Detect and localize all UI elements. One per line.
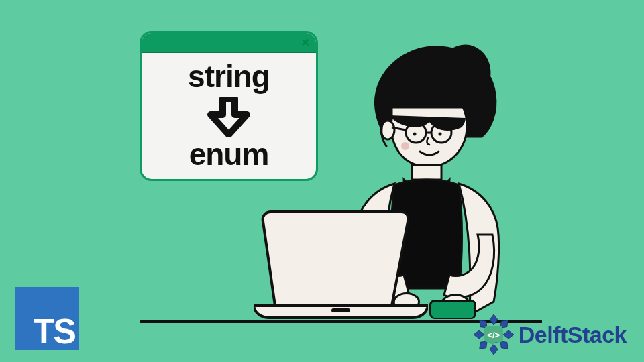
window-body: string enum [142, 53, 316, 179]
conversion-window: × string enum [140, 31, 318, 181]
target-type-label: enum [142, 136, 316, 172]
delftstack-wordmark: DelftStack [519, 322, 627, 348]
window-titlebar: × [142, 33, 316, 53]
illustration-canvas: × string enum TS [0, 0, 644, 362]
source-type-label: string [142, 58, 316, 95]
typescript-logo: TS [15, 287, 79, 350]
svg-point-5 [413, 133, 417, 136]
delftstack-emblem-icon: </> [473, 314, 515, 355]
laptop-illustration [254, 208, 428, 320]
code-bubble-icon: </> [484, 326, 503, 343]
svg-rect-8 [331, 308, 350, 312]
typescript-logo-text: TS [34, 311, 75, 351]
svg-point-6 [439, 133, 442, 136]
close-icon: × [301, 36, 309, 49]
delftstack-logo: </> DelftStack [473, 314, 627, 355]
svg-point-7 [401, 142, 409, 150]
down-arrow-icon [142, 97, 316, 140]
mouse-illustration [429, 300, 476, 319]
